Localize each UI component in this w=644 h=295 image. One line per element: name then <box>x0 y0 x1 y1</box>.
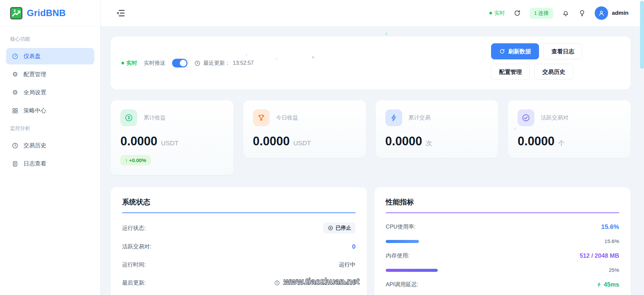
trade-history-button[interactable]: 交易历史 <box>534 64 573 80</box>
bolt-icon <box>385 109 402 126</box>
memory-progress-bar <box>386 269 603 272</box>
refresh-icon[interactable] <box>514 9 521 17</box>
control-panel-status: 实时 实时推送 最近更新： 13:52:57 <box>121 59 254 67</box>
sidebar-item-log-viewer[interactable]: 日志查看 <box>6 155 94 172</box>
memory-percent-label: 25% <box>609 267 619 273</box>
gear-icon: ⚙ <box>12 71 18 78</box>
api-latency-value: 45ms <box>596 281 619 288</box>
cpu-progress-bar <box>386 240 598 243</box>
clock-icon <box>12 142 18 149</box>
sidebar-item-trade-history[interactable]: 交易历史 <box>6 137 94 154</box>
svg-text:¥: ¥ <box>14 8 16 12</box>
cpu-progress-row: 15.6% <box>386 238 619 244</box>
stat-unit: 个 <box>558 139 565 148</box>
live-label: 实时 <box>126 60 137 67</box>
bell-icon[interactable] <box>562 9 570 17</box>
panel-underline <box>122 212 356 213</box>
connections-badge[interactable]: 1 连接 <box>530 8 553 19</box>
last-update-label: 最近更新： <box>203 60 230 67</box>
stat-card-total-profit: $ 累计收益 0.0000 USDT ↑ +0.00% <box>111 100 233 175</box>
sidebar-item-label: 配置管理 <box>23 70 46 78</box>
sidebar-nav: 核心功能 仪表盘 ⚙ 配置管理 ⚙ 全局设置 策略中心 <box>0 27 100 172</box>
memory-row: 内存使用: 512 / 2048 MB <box>386 251 619 261</box>
memory-progress-row: 25% <box>386 267 619 273</box>
avatar <box>595 6 608 20</box>
nav-section-monitor: 监控分析 <box>0 120 100 136</box>
document-icon <box>12 160 18 167</box>
row-label: 活跃交易对: <box>122 243 151 250</box>
live-label: 实时 <box>494 10 505 17</box>
active-pairs-row: 活跃交易对: 0 <box>122 242 356 252</box>
cpu-row: CPU使用率: 15.6% <box>386 222 619 232</box>
last-update-row: 最后更新: 2025-11-30T13:52:57.380028 <box>122 278 356 288</box>
live-status: 实时 <box>489 10 505 17</box>
stat-unit: 次 <box>426 139 432 148</box>
status-badge: 已停止 <box>323 223 356 234</box>
sidebar-item-dashboard[interactable]: 仪表盘 <box>6 48 94 64</box>
trophy-icon <box>253 109 270 126</box>
user-menu[interactable]: admin <box>595 6 629 20</box>
sidebar-item-global-settings[interactable]: ⚙ 全局设置 <box>6 84 94 101</box>
refresh-data-button[interactable]: 刷新数据 <box>491 43 539 59</box>
main-area: 实时 1 连接 <box>101 0 644 295</box>
refresh-data-label: 刷新数据 <box>508 48 531 55</box>
clock-icon <box>274 280 280 286</box>
stat-card-today-profit: 今日收益 0.0000 USDT <box>243 100 366 158</box>
live-status: 实时 <box>121 60 137 67</box>
toggle-knob <box>180 60 186 66</box>
sidebar-item-label: 策略中心 <box>23 107 46 114</box>
sidebar: ¥ GridBNB 核心功能 仪表盘 ⚙ 配置管理 ⚙ 全局设置 <box>0 0 101 295</box>
view-logs-button[interactable]: 查看日志 <box>543 43 582 59</box>
panels-row: 系统状态 运行状态: 已停止 <box>111 187 631 295</box>
last-update: 最近更新： 13:52:57 <box>194 60 254 67</box>
stat-value: 0.0000 <box>518 134 554 148</box>
stat-label: 活跃交易对 <box>541 114 569 121</box>
control-panel: 实时 实时推送 最近更新： 13:52:57 <box>111 37 631 90</box>
stat-unit: USDT <box>293 140 311 147</box>
push-label: 实时推送 <box>144 60 165 67</box>
config-management-button[interactable]: 配置管理 <box>491 64 530 80</box>
nav-section-core: 核心功能 <box>0 31 100 46</box>
stat-value: 0.0000 <box>253 134 290 148</box>
check-circle-icon <box>518 109 534 126</box>
sidebar-item-config[interactable]: ⚙ 配置管理 <box>6 66 94 83</box>
timestamp: 2025-11-30T13:52:57.380028 <box>283 280 356 286</box>
stat-unit: USDT <box>161 140 178 147</box>
last-update-value: 2025-11-30T13:52:57.380028 <box>274 280 356 286</box>
panel-title: 系统状态 <box>122 197 356 207</box>
collapse-sidebar-icon[interactable] <box>115 8 125 18</box>
app-name: GridBNB <box>27 8 66 18</box>
last-update-time: 13:52:57 <box>233 60 254 66</box>
grid-icon <box>12 107 18 114</box>
clock-icon <box>194 60 201 66</box>
memory-value: 512 / 2048 MB <box>580 252 619 259</box>
topbar: 实时 1 连接 <box>101 0 644 27</box>
run-state-row: 运行状态: 已停止 <box>122 223 356 234</box>
panel-underline <box>386 212 619 213</box>
cpu-value: 15.6% <box>601 223 619 231</box>
stat-label: 累计收益 <box>144 114 166 121</box>
app-logo[interactable]: ¥ GridBNB <box>0 0 100 27</box>
dollar-icon: $ <box>120 109 137 126</box>
lightbulb-icon[interactable] <box>578 9 586 17</box>
sidebar-item-label: 仪表盘 <box>23 52 41 60</box>
profit-change-badge: ↑ +0.00% <box>120 155 151 165</box>
row-label: 运行状态: <box>122 225 146 232</box>
sidebar-item-label: 全局设置 <box>23 89 46 96</box>
realtime-push-toggle[interactable] <box>172 59 187 67</box>
svg-text:$: $ <box>128 115 130 120</box>
control-panel-buttons: 刷新数据 查看日志 配置管理 交易历史 <box>491 43 622 83</box>
performance-panel: 性能指标 CPU使用率: 15.6% 15.6% 内存使用: <box>374 187 631 295</box>
live-dot <box>489 12 492 14</box>
stat-label: 今日收益 <box>276 114 298 121</box>
uptime-value: 运行中 <box>339 261 356 268</box>
stat-card-active-pairs: 活跃交易对 0.0000 个 <box>508 100 631 158</box>
stats-row: $ 累计收益 0.0000 USDT ↑ +0.00% <box>111 100 631 175</box>
scrollbar-thumb[interactable] <box>640 1 644 69</box>
stat-label: 累计交易 <box>409 114 431 121</box>
sidebar-item-strategy-center[interactable]: 策略中心 <box>6 102 94 119</box>
active-pairs-value: 0 <box>352 243 356 250</box>
cpu-percent-label: 15.6% <box>604 238 619 244</box>
refresh-icon <box>499 48 505 54</box>
system-status-panel: 系统状态 运行状态: 已停止 <box>111 187 367 295</box>
